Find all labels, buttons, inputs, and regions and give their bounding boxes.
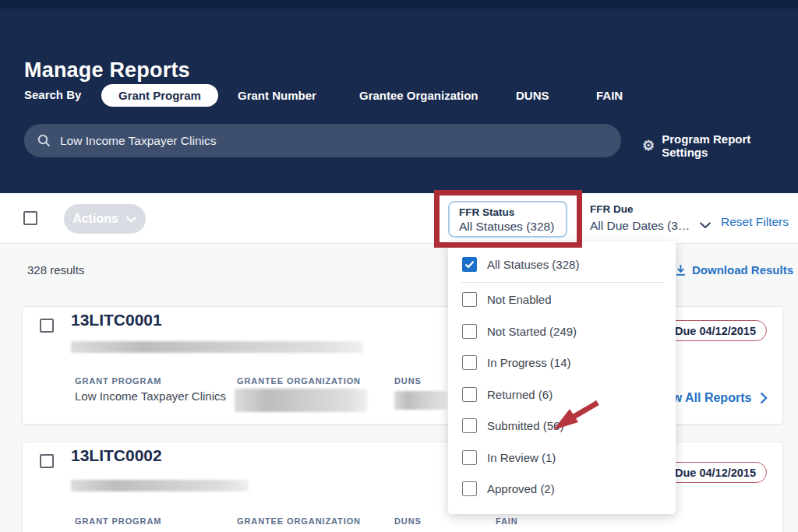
download-label: Download Results — [692, 263, 793, 277]
status-option-label: Not Enabled — [487, 293, 552, 306]
filter-bar: Actions FFR Status All Statuses (328) FF… — [0, 193, 798, 244]
status-option-in-progress[interactable]: In Progress (14) — [448, 347, 676, 379]
tab-duns[interactable]: DUNS — [516, 89, 549, 102]
status-option-label: Not Started (249) — [487, 325, 577, 338]
tab-grant-program[interactable]: Grant Program — [101, 84, 218, 107]
results-count: 328 results — [27, 263, 84, 277]
due-date-badge: - Due 04/12/2015 — [663, 320, 767, 341]
redacted-grantee-organization — [235, 389, 367, 412]
ffr-due-value: All Due Dates (3… — [590, 219, 690, 233]
card-checkbox[interactable] — [40, 454, 54, 468]
program-report-settings-button[interactable]: ⚙ Program Report Settings — [642, 132, 798, 159]
status-option-label: All Statuses (328) — [487, 258, 579, 271]
page-title: Manage Reports — [24, 58, 190, 83]
checkbox[interactable] — [462, 324, 477, 339]
ffr-due-dropdown[interactable]: FFR Due All Due Dates (3… — [590, 203, 711, 233]
tab-fain[interactable]: FAIN — [596, 89, 623, 102]
select-all-checkbox[interactable] — [23, 211, 37, 225]
ffr-status-label: FFR Status — [459, 206, 556, 218]
grant-number-title: 13LITC0002 — [71, 446, 162, 465]
status-option-in-review[interactable]: In Review (1) — [448, 442, 676, 474]
download-results-link[interactable]: Download Results — [675, 263, 793, 277]
column-header-grantee-organization: GRANTEE ORGANIZATION — [237, 376, 361, 386]
status-option-submitted[interactable]: Submitted (56) — [448, 410, 676, 442]
status-option-all-statuses[interactable]: All Statuses (328) — [448, 248, 676, 280]
manage-reports-page: Manage Reports Search By Grant Program G… — [0, 0, 798, 532]
chevron-down-icon — [125, 216, 137, 223]
checkbox-checked[interactable] — [462, 257, 477, 272]
redacted-text-bar — [71, 341, 363, 353]
check-icon — [464, 260, 475, 269]
status-option-label: In Review (1) — [487, 451, 556, 464]
search-bar[interactable] — [24, 124, 621, 157]
tab-grant-number[interactable]: Grant Number — [238, 89, 316, 102]
chevron-down-icon — [699, 221, 711, 229]
top-strip — [0, 0, 798, 9]
actions-button[interactable]: Actions — [64, 204, 146, 234]
card-checkbox[interactable] — [40, 319, 54, 333]
chevron-right-icon — [760, 392, 768, 404]
column-header-duns: DUNS — [394, 376, 422, 386]
status-option-not-enabled[interactable]: Not Enabled — [448, 284, 676, 316]
redacted-duns — [394, 391, 447, 410]
status-option-not-started[interactable]: Not Started (249) — [448, 315, 676, 347]
checkbox[interactable] — [462, 387, 477, 402]
status-option-label: Submitted (56) — [487, 419, 563, 432]
download-icon — [675, 264, 687, 277]
checkbox[interactable] — [462, 418, 477, 433]
reset-filters-link[interactable]: Reset Filters — [721, 215, 789, 229]
header-hero: Manage Reports Search By Grant Program G… — [0, 0, 798, 193]
divider — [461, 282, 663, 283]
column-header-fain: FAIN — [496, 516, 518, 526]
search-input[interactable] — [58, 133, 588, 149]
status-option-approved[interactable]: Approved (2) — [448, 474, 676, 506]
status-option-label: Returned (6) — [487, 388, 553, 401]
status-option-label: Approved (2) — [487, 482, 555, 495]
column-header-grant-program: GRANT PROGRAM — [75, 376, 161, 386]
status-option-returned[interactable]: Returned (6) — [448, 379, 676, 410]
column-header-grantee-organization: GRANTEE ORGANIZATION — [237, 516, 361, 526]
ffr-status-value: All Statuses (328) — [459, 220, 556, 234]
grant-number-title: 13LITC0001 — [71, 311, 162, 329]
search-icon — [37, 134, 51, 147]
actions-label: Actions — [72, 212, 118, 226]
column-header-duns: DUNS — [394, 516, 422, 526]
search-by-label: Search By — [24, 88, 81, 101]
checkbox[interactable] — [462, 355, 477, 370]
checkbox[interactable] — [462, 481, 477, 496]
ffr-due-label: FFR Due — [590, 203, 711, 215]
ffr-status-dropdown-panel: All Statuses (328) Not Enabled Not Start… — [448, 241, 676, 514]
tab-grantee-organization[interactable]: Grantee Organization — [359, 89, 478, 102]
settings-label: Program Report Settings — [662, 132, 798, 159]
gear-icon: ⚙ — [642, 139, 655, 153]
checkbox[interactable] — [462, 292, 477, 307]
redacted-text-bar — [71, 480, 249, 491]
column-header-grant-program: GRANT PROGRAM — [75, 516, 161, 526]
status-option-label: In Progress (14) — [487, 356, 571, 369]
grant-program-value: Low Income Taxpayer Clinics — [75, 389, 226, 403]
due-date-badge: - Due 04/12/2015 — [663, 462, 767, 483]
checkbox[interactable] — [462, 450, 477, 465]
ffr-status-dropdown[interactable]: FFR Status All Statuses (328) — [448, 201, 567, 238]
